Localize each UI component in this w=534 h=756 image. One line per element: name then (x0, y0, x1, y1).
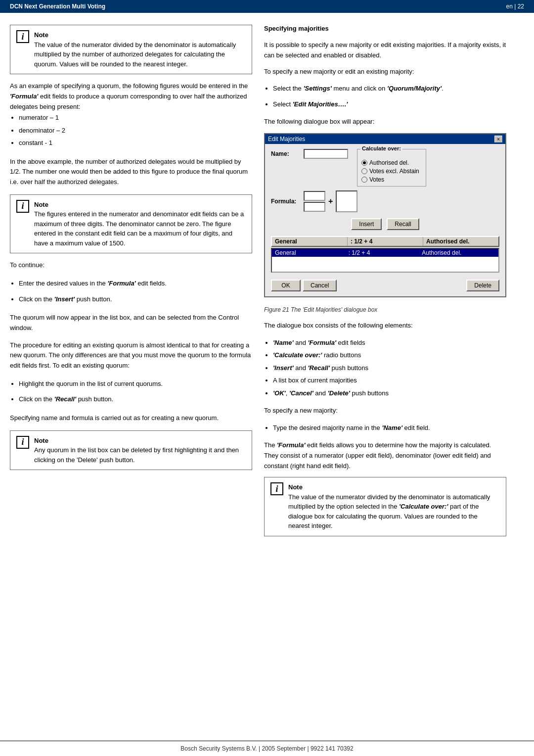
header-title: DCN Next Generation Multi Voting (10, 3, 105, 10)
dialog-name-row: Name: Calculate over: Authorised del. (271, 149, 499, 187)
note-text-3: Any quorum in the list box can be delete… (34, 446, 239, 464)
listbox-header-3: Authorised del. (423, 237, 498, 246)
radio-votes-dot (361, 177, 367, 183)
note-content-3: Note Any quorum in the list box can be d… (34, 436, 246, 465)
dialog-close-button[interactable]: × (494, 136, 502, 142)
listbox-cell-2: : 1/2 + 4 (349, 249, 422, 256)
bullet-2b: Click on the 'Insert' push button. (19, 293, 252, 305)
right-para-6: The 'Formula' edit fields allows you to … (264, 440, 506, 471)
note-icon-2: i (16, 200, 29, 213)
footer-text: Bosch Security Systems B.V. | 2005 Septe… (180, 745, 353, 752)
delete-button[interactable]: Delete (466, 280, 499, 291)
edit-majorities-dialog: Edit Majorities × Name: Calculate over: (264, 133, 506, 297)
bullet-1b: denominator – 2 (19, 125, 252, 136)
right-bullets-1: Select the 'Settings' menu and click on … (273, 83, 506, 111)
bullet-3a: Highlight the quorum in the list of curr… (19, 378, 252, 389)
formula-fraction (304, 191, 325, 212)
formula-row: Formula: + (271, 190, 499, 212)
note-icon-3: i (16, 436, 29, 449)
right-para-2: To specify a new majority or edit an exi… (264, 67, 506, 77)
right-bullets-4: Type the desired majority name in the 'N… (273, 422, 506, 434)
listbox-cell-3: Authorised del. (422, 249, 495, 256)
right-bullet-1b: Select 'Edit Majorities….' (273, 98, 506, 110)
para-5: The procedure for editing an existing qu… (10, 340, 252, 371)
note-text-1: The value of the numerator divided by th… (34, 41, 236, 68)
bullets-3: Highlight the quorum in the list of curr… (19, 378, 252, 406)
figure-caption: Figure 21 The 'Edit Majorities' dialogue… (264, 305, 506, 315)
dialog-element-3: 'Insert' and 'Recall' push buttons (273, 362, 506, 374)
listbox-header: General : 1/2 + 4 Authorised del. (271, 236, 499, 247)
dialog-element-4: A list box of current majorities (273, 375, 506, 386)
radio-authorised-dot (361, 160, 367, 166)
note-content-2: Note The figures entered in the numerato… (34, 200, 246, 248)
name-field-row: Name: (271, 149, 348, 159)
page: DCN Next Generation Multi Voting en | 22… (0, 0, 534, 756)
cancel-button[interactable]: Cancel (303, 280, 337, 291)
calculate-over-group: Calculate over: Authorised del. Votes ex… (357, 149, 426, 187)
radio-authorised[interactable]: Authorised del. (361, 159, 422, 166)
para-6: Specifying name and formula is carried o… (10, 413, 252, 424)
dialog-title: Edit Majorities (268, 136, 305, 142)
insert-button[interactable]: Insert (351, 218, 382, 230)
para1-formula: 'Formula' (10, 93, 38, 100)
bullet-3b: Click on the 'Recall' push button. (19, 393, 252, 405)
note-box-3: i Note Any quorum in the list box can be… (10, 430, 252, 471)
formula-denominator[interactable] (304, 202, 325, 212)
listbox-header-1: General (272, 237, 348, 246)
listbox-row-1[interactable]: General : 1/2 + 4 Authorised del. (272, 249, 498, 257)
listbox-header-2: : 1/2 + 4 (348, 237, 423, 246)
note-content-4: Note The value of the numerator divided … (288, 482, 500, 531)
calc-over-legend: Calculate over: (360, 145, 402, 151)
note-label-3: Note (34, 437, 48, 444)
footer: Bosch Security Systems B.V. | 2005 Septe… (0, 741, 534, 756)
note-content-1: Note The value of the numerator divided … (34, 30, 246, 69)
bullet-1c: constant - 1 (19, 137, 252, 148)
listbox-body[interactable]: General : 1/2 + 4 Authorised del. (271, 248, 499, 273)
formula-numerator[interactable] (304, 191, 325, 201)
right-para-3: The following dialogue box will appear: (264, 117, 506, 127)
name-label: Name: (271, 150, 301, 157)
right-para-5: To specify a new majority: (264, 406, 506, 416)
right-bullet-4a: Type the desired majority name in the 'N… (273, 422, 506, 433)
para-4: The quorum will now appear in the list b… (10, 313, 252, 333)
bullet-1a: numerator – 1 (19, 112, 252, 123)
ok-button[interactable]: OK (271, 280, 301, 291)
note-box-1: i Note The value of the numerator divide… (10, 25, 252, 74)
para-3: To continue: (10, 260, 252, 271)
radio-group: Authorised del. Votes excl. Abstain Vote… (361, 159, 422, 183)
right-para-4: The dialogue box consists of the followi… (264, 321, 506, 331)
right-column: Specifying majorities It is possible to … (264, 25, 506, 731)
right-bullet-1a: Select the 'Settings' menu and click on … (273, 83, 506, 94)
dialog-elements-list: 'Name' and 'Formula' edit fields 'Calcul… (273, 337, 506, 400)
radio-votes-excl[interactable]: Votes excl. Abstain (361, 168, 422, 175)
listbox-cell-1: General (275, 249, 349, 256)
radio-votes[interactable]: Votes (361, 176, 422, 183)
radio-votes-excl-label: Votes excl. Abstain (369, 168, 419, 175)
list-box-container: General : 1/2 + 4 Authorised del. Genera… (271, 236, 499, 274)
formula-constant[interactable] (336, 190, 357, 212)
note-text-2: The figures entered in the numerator and… (34, 210, 244, 247)
dialog-element-2: 'Calculate over:' radio buttons (273, 349, 506, 361)
note-text-4b: 'Calculate over:' (399, 503, 448, 510)
bullets-1: numerator – 1 denominator – 2 constant -… (19, 112, 252, 148)
dialog-footer-buttons: OK Cancel Delete (271, 280, 499, 291)
dialog-body: Name: Calculate over: Authorised del. (265, 144, 505, 296)
para-2: In the above example, the number of auth… (10, 157, 252, 188)
name-input[interactable] (304, 149, 348, 159)
content-area: i Note The value of the numerator divide… (0, 13, 534, 741)
note-icon-1: i (16, 30, 29, 43)
para1-cont: edit fields to produce a quorum correspo… (10, 93, 247, 110)
insert-recall-buttons: Insert Recall (271, 218, 499, 230)
note-box-2: i Note The figures entered in the numera… (10, 194, 252, 254)
header-page: en | 22 (506, 3, 524, 10)
header: DCN Next Generation Multi Voting en | 22 (0, 0, 534, 13)
bullet-2a: Enter the desired values in the 'Formula… (19, 278, 252, 289)
note-box-4: i Note The value of the numerator divide… (264, 477, 506, 536)
para1-text: As an example of specifying a quorum, th… (10, 82, 248, 90)
left-column: i Note The value of the numerator divide… (10, 25, 252, 731)
para-1: As an example of specifying a quorum, th… (10, 81, 252, 150)
dialog-titlebar: Edit Majorities × (265, 134, 505, 144)
note-icon-4: i (270, 482, 283, 495)
dialog-element-1: 'Name' and 'Formula' edit fields (273, 337, 506, 348)
recall-button[interactable]: Recall (387, 218, 419, 230)
